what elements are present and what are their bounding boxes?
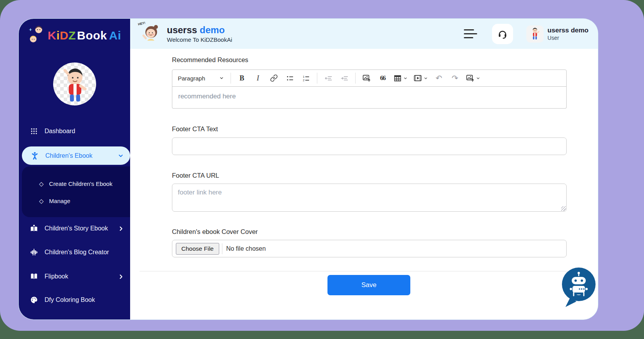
chevron-down-icon xyxy=(476,76,480,80)
sidebar-item-flipbook[interactable]: Flipbook xyxy=(19,268,130,285)
footer-cta-url-textarea[interactable] xyxy=(172,184,567,212)
page-subtitle: Welcome To KiDZBookAi xyxy=(167,36,232,43)
cover-file-input[interactable]: Choose File No file chosen xyxy=(172,240,567,257)
page-title-block: userss demo Welcome To KiDZBookAi xyxy=(167,25,232,43)
diamond-icon: ◇ xyxy=(39,181,44,187)
sidebar-item-label: Dfy Coloring Book xyxy=(45,296,95,303)
image-options-button[interactable] xyxy=(466,72,480,84)
form-content: Recommended Resources Paragraph B I xyxy=(130,49,598,319)
insert-media-button[interactable] xyxy=(413,72,428,84)
bulleted-list-icon xyxy=(286,74,294,82)
sidebar-item-dfy-coloring-book[interactable]: Dfy Coloring Book xyxy=(19,291,130,309)
sidebar-nav: Dashboard Children's Ebook ◇ Create Ch xyxy=(19,19,130,319)
recommended-resources-label: Recommended Resources xyxy=(172,56,248,64)
italic-icon: I xyxy=(257,74,259,82)
numbered-list-icon: 1 2 xyxy=(302,74,310,82)
svg-text:2: 2 xyxy=(303,78,304,82)
girl-avatar-illustration xyxy=(140,23,161,45)
sidebar-item-childrens-story-ebook[interactable]: Children's Story Ebook xyxy=(19,220,130,237)
main-column: HEY! userss demo Welcome To KiDZBookAi xyxy=(130,19,598,319)
chevron-right-icon xyxy=(118,274,124,280)
robot-icon xyxy=(30,248,38,257)
redo-button[interactable]: ↷ xyxy=(450,72,460,84)
choose-file-button[interactable]: Choose File xyxy=(176,243,219,255)
link-button[interactable] xyxy=(269,72,279,84)
open-book-icon xyxy=(30,272,38,281)
image-upload-icon xyxy=(362,74,371,82)
headset-icon xyxy=(497,29,508,39)
chevron-down-icon xyxy=(403,76,408,80)
user-avatar xyxy=(526,25,544,43)
sidebar-item-childrens-blog-creator[interactable]: Children's Blog Creator xyxy=(19,244,130,261)
indent-button[interactable] xyxy=(339,72,349,84)
topbar-actions: userss demo User xyxy=(462,24,589,44)
sidebar-item-manage[interactable]: ◇ Manage xyxy=(22,193,130,209)
book-reader-icon xyxy=(30,224,38,233)
table-icon xyxy=(394,74,402,82)
block-quote-icon: 66 xyxy=(380,74,385,82)
sidebar-item-label: Flipbook xyxy=(45,273,68,280)
link-icon xyxy=(270,74,278,82)
toolbar-separator xyxy=(231,73,231,84)
user-name: userss demo xyxy=(547,27,589,34)
paragraph-dropdown[interactable]: Paragraph xyxy=(177,73,225,83)
sidebar: KiDZBookAi xyxy=(19,19,130,319)
undo-button[interactable]: ↶ xyxy=(434,72,444,84)
content-divider xyxy=(140,271,591,271)
bulleted-list-button[interactable] xyxy=(285,72,295,84)
file-input-divider xyxy=(222,243,222,254)
richtext-editor-area[interactable]: recommended here xyxy=(172,86,567,109)
image-upload-button[interactable] xyxy=(361,72,372,84)
menu-toggle-icon[interactable] xyxy=(462,28,479,40)
media-icon xyxy=(413,74,422,82)
image-upload-icon xyxy=(466,74,474,82)
footer-cta-url-label: Footer CTA URL xyxy=(172,172,219,179)
chevron-down-icon xyxy=(118,153,124,159)
undo-icon: ↶ xyxy=(436,73,442,83)
sidebar-item-create-childrens-ebook[interactable]: ◇ Create Children's Ebook xyxy=(22,176,130,191)
toolbar-separator xyxy=(317,73,317,84)
greeting-avatar: HEY! xyxy=(140,23,161,45)
sidebar-item-label: Dashboard xyxy=(45,128,75,135)
sidebar-item-label: Children's Story Ebook xyxy=(45,225,108,232)
indent-icon xyxy=(340,74,349,82)
child-person-icon xyxy=(30,152,39,160)
file-status-text: No file chosen xyxy=(226,245,266,252)
chevron-right-icon xyxy=(118,226,124,232)
richtext-toolbar: Paragraph B I xyxy=(172,70,567,87)
textarea-resize-handle[interactable] xyxy=(561,206,566,211)
block-quote-button[interactable]: 66 xyxy=(377,72,388,84)
insert-table-button[interactable] xyxy=(394,72,408,84)
childrens-ebook-submenu: ◇ Create Children's Ebook ◇ Manage xyxy=(22,166,130,217)
sidebar-item-label: Children's Blog Creator xyxy=(45,249,109,256)
numbered-list-button[interactable]: 1 2 xyxy=(301,72,311,84)
sidebar-item-label: Children's Ebook xyxy=(45,152,92,159)
grid-dots-icon xyxy=(30,127,38,135)
page-title: userss demo xyxy=(167,25,232,36)
topbar: HEY! userss demo Welcome To KiDZBookAi xyxy=(130,19,598,49)
footer-cta-text-input[interactable] xyxy=(172,137,567,155)
bold-button[interactable]: B xyxy=(237,72,247,84)
sidebar-item-label: Create Children's Ebook xyxy=(49,180,113,187)
outdent-icon xyxy=(324,74,333,82)
user-menu[interactable]: userss demo User xyxy=(526,25,589,43)
app-window: KiDZBookAi xyxy=(19,19,598,319)
support-button[interactable] xyxy=(492,24,513,44)
sidebar-item-label: Manage xyxy=(49,198,70,204)
robot-chat-icon xyxy=(561,267,597,309)
footer-cta-text-label: Footer CTA Text xyxy=(172,125,218,133)
sidebar-item-childrens-ebook[interactable]: Children's Ebook xyxy=(22,146,130,165)
outdent-button[interactable] xyxy=(323,72,333,84)
palette-icon xyxy=(30,296,38,304)
toolbar-separator xyxy=(355,73,356,84)
bold-icon: B xyxy=(240,74,244,82)
diamond-icon: ◇ xyxy=(39,198,44,204)
chevron-down-icon xyxy=(219,76,224,80)
chatbot-button[interactable] xyxy=(561,267,597,309)
save-button[interactable]: Save xyxy=(327,275,410,295)
redo-icon: ↷ xyxy=(452,73,458,83)
chevron-down-icon xyxy=(424,76,428,80)
sidebar-item-dashboard[interactable]: Dashboard xyxy=(19,123,130,140)
user-role: User xyxy=(547,35,589,41)
italic-button[interactable]: I xyxy=(253,72,263,84)
